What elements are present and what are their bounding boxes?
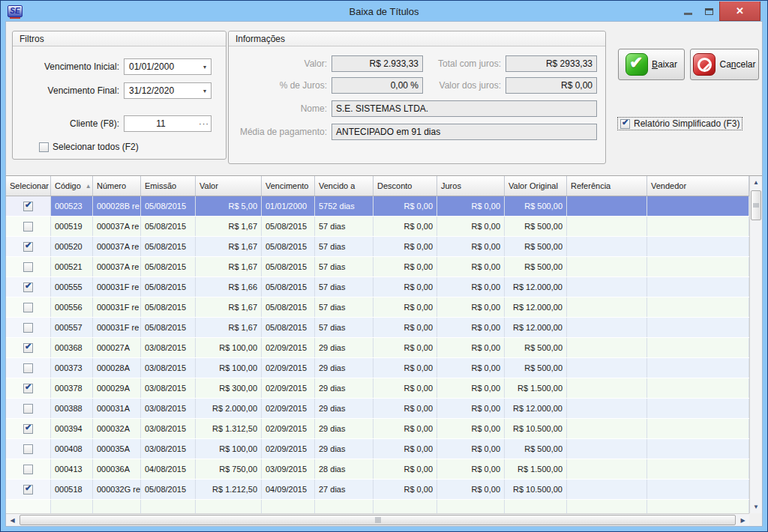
cell-numero: 000037A re — [93, 217, 141, 236]
vertical-scrollbar[interactable]: ▲ ▼ — [749, 176, 762, 513]
pct-juros-field: 0,00 % — [332, 77, 423, 94]
row-checkbox[interactable] — [23, 485, 33, 495]
row-checkbox[interactable] — [23, 282, 33, 292]
titlebar[interactable]: SE Baixa de Títulos ✕ — [2, 1, 766, 21]
horizontal-scrollbar[interactable]: ◀ ▶ — [6, 513, 749, 526]
row-checkbox[interactable] — [23, 323, 33, 333]
column-header-numero[interactable]: Número — [93, 176, 141, 196]
cell-juros: R$ 0,00 — [437, 459, 505, 479]
cell-referencia — [567, 480, 647, 499]
column-header-checked[interactable]: Selecionar — [6, 176, 51, 196]
cell-checked — [6, 196, 51, 216]
vencimento-inicial-combo[interactable]: 01/01/2000 ▾ — [124, 58, 212, 75]
scroll-left-icon[interactable]: ◀ — [6, 514, 19, 527]
chevron-down-icon[interactable]: ▾ — [199, 64, 211, 70]
checkbox-unchecked-icon[interactable] — [39, 142, 49, 152]
scroll-down-icon[interactable]: ▼ — [750, 501, 762, 513]
cell-valor_original: R$ 12.000,00 — [505, 399, 567, 418]
row-checkbox[interactable] — [23, 363, 33, 373]
table-row[interactable]: 000368000027A03/08/2015R$ 100,0002/09/20… — [6, 338, 749, 358]
table-row[interactable]: 000373000028A03/08/2015R$ 100,0002/09/20… — [6, 358, 749, 378]
horizontal-scroll-thumb[interactable] — [20, 515, 736, 525]
column-header-vencimento[interactable]: Vencimento — [262, 176, 315, 196]
row-checkbox[interactable] — [23, 404, 33, 414]
column-header-emissao[interactable]: Emissão — [141, 176, 196, 196]
cell-juros: R$ 0,00 — [437, 378, 505, 398]
selecionar-todos-checkbox[interactable]: Selecionar todos (F2) — [39, 142, 139, 152]
table-row[interactable]: 000378000029A03/08/2015R$ 300,0002/09/20… — [6, 378, 749, 399]
row-checkbox[interactable] — [23, 303, 33, 312]
cell-desconto: R$ 0,00 — [374, 277, 437, 297]
lookup-ellipsis-button[interactable]: ··· — [197, 119, 211, 128]
row-checkbox[interactable] — [23, 202, 33, 211]
checkbox-checked-icon[interactable] — [620, 119, 630, 129]
cell-numero: 000028B re — [93, 196, 141, 216]
cell-referencia — [567, 419, 647, 438]
cliente-field[interactable]: 11 ··· — [124, 115, 212, 132]
cell-codigo: 000394 — [51, 419, 93, 438]
cell-vencimento: 05/08/2015 — [262, 257, 315, 276]
scroll-right-icon[interactable]: ▶ — [736, 514, 749, 527]
relatorio-simplificado-checkbox[interactable]: Relatório Simplificado (F3) — [618, 118, 742, 130]
row-checkbox[interactable] — [23, 262, 33, 272]
vencimento-final-combo[interactable]: 31/12/2020 ▾ — [124, 82, 212, 99]
row-checkbox[interactable] — [23, 444, 33, 454]
cell-valor: R$ 100,00 — [196, 338, 262, 357]
baixar-button[interactable]: Baixar — [618, 49, 685, 80]
cell-codigo: 000521 — [51, 257, 93, 276]
cell-emissao: 03/08/2015 — [141, 399, 196, 418]
cell-checked — [6, 217, 51, 236]
column-header-desconto[interactable]: Desconto — [374, 176, 437, 196]
column-header-juros[interactable]: Juros — [437, 176, 505, 196]
cell-emissao: 03/08/2015 — [141, 378, 196, 398]
column-header-vencido[interactable]: Vencido a — [315, 176, 374, 196]
cell-vencimento: 02/09/2015 — [262, 338, 315, 357]
empty-cell — [141, 500, 196, 513]
cell-vencido: 29 dias — [315, 338, 374, 357]
cell-desconto: R$ 0,00 — [374, 419, 437, 438]
table-row[interactable]: 000520000037A re05/08/2015R$ 1,6705/08/2… — [6, 237, 749, 257]
cell-referencia — [567, 439, 647, 459]
column-header-valor[interactable]: Valor — [196, 176, 262, 196]
close-button[interactable]: ✕ — [719, 1, 760, 21]
column-header-referencia[interactable]: Referência — [567, 176, 647, 196]
cell-codigo: 000373 — [51, 358, 93, 378]
chevron-down-icon[interactable]: ▾ — [199, 88, 211, 94]
row-checkbox[interactable] — [23, 424, 33, 434]
cell-checked — [6, 257, 51, 276]
table-row[interactable]: 000394000032A03/08/2015R$ 1.312,5002/09/… — [6, 419, 749, 439]
cell-numero: 000036A — [93, 459, 141, 479]
row-checkbox[interactable] — [23, 465, 33, 474]
cell-checked — [6, 439, 51, 459]
table-row[interactable]: 000519000037A re05/08/2015R$ 1,6705/08/2… — [6, 217, 749, 237]
column-header-vendedor[interactable]: Vendedor — [647, 176, 749, 196]
table-row[interactable]: 000408000035A03/08/2015R$ 100,0002/09/20… — [6, 439, 749, 459]
cancelar-button[interactable]: Cancelar — [690, 49, 759, 80]
table-row[interactable]: 000388000031A03/08/2015R$ 2.000,0002/09/… — [6, 399, 749, 419]
row-checkbox[interactable] — [23, 222, 33, 232]
table-row[interactable]: 000557000031F re05/08/2015R$ 1,6705/08/2… — [6, 318, 749, 338]
table-row[interactable]: 000556000031F re05/08/2015R$ 1,6705/08/2… — [6, 297, 749, 318]
vertical-scroll-thumb[interactable] — [751, 190, 761, 220]
table-row[interactable]: 000413000036A04/08/2015R$ 750,0003/09/20… — [6, 459, 749, 480]
column-header-codigo[interactable]: Código▲ — [51, 176, 93, 196]
table-row[interactable]: 000521000037A re05/08/2015R$ 1,6705/08/2… — [6, 257, 749, 277]
cell-vencimento: 02/09/2015 — [262, 439, 315, 459]
table-row[interactable]: 000523000028B re05/08/2015R$ 5,0001/01/2… — [6, 196, 749, 217]
maximize-button[interactable] — [698, 1, 719, 21]
cell-checked — [6, 399, 51, 418]
titles-grid: SelecionarCódigo▲NúmeroEmissãoValorVenci… — [6, 175, 762, 526]
cell-juros: R$ 0,00 — [437, 338, 505, 357]
cell-referencia — [567, 378, 647, 398]
cell-valor: R$ 100,00 — [196, 358, 262, 378]
minimize-button[interactable] — [677, 1, 698, 21]
row-checkbox[interactable] — [23, 384, 33, 393]
column-header-valor_original[interactable]: Valor Original — [505, 176, 567, 196]
table-row[interactable]: 000518000032G re05/08/2015R$ 1.212,5004/… — [6, 480, 749, 500]
pct-juros-label: % de Juros: — [229, 80, 332, 91]
scroll-up-icon[interactable]: ▲ — [750, 176, 762, 189]
row-checkbox[interactable] — [23, 343, 33, 353]
row-checkbox[interactable] — [23, 242, 33, 252]
cell-vendedor — [647, 237, 749, 256]
table-row[interactable]: 000555000031F re05/08/2015R$ 1,6605/08/2… — [6, 277, 749, 297]
